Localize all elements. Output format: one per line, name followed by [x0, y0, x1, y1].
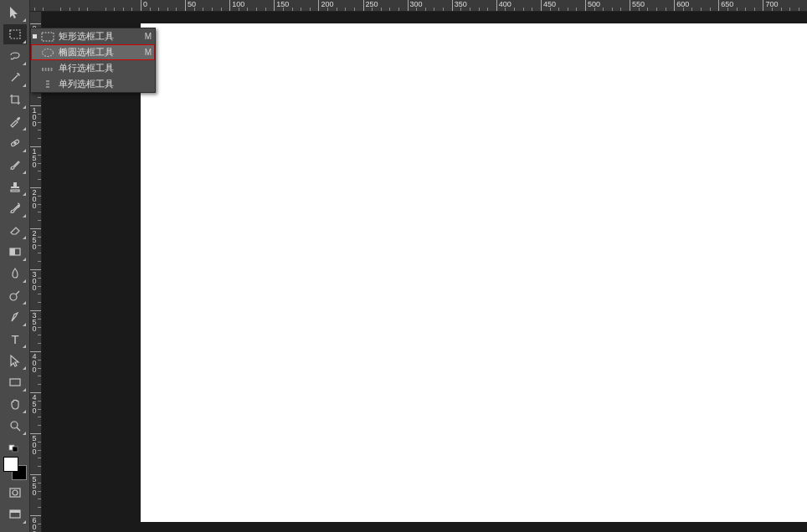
v-ruler-label: 200 — [31, 189, 38, 209]
svg-point-15 — [43, 49, 54, 56]
svg-rect-9 — [13, 447, 18, 452]
tool-eraser[interactable] — [3, 220, 27, 240]
v-ruler-label: 300 — [31, 271, 38, 291]
flyout-item-col-marquee[interactable]: 单列选框工具 — [31, 76, 155, 92]
flyout-label: 矩形选框工具 — [59, 30, 140, 43]
svg-rect-13 — [10, 510, 20, 513]
toolbar: T — [0, 0, 30, 532]
v-ruler-label: 450 — [31, 394, 38, 414]
v-ruler-label: 350 — [31, 312, 38, 332]
flyout-label: 椭圆选框工具 — [59, 46, 140, 59]
v-ruler-label: 400 — [31, 353, 38, 373]
tool-hand[interactable] — [3, 394, 27, 414]
svg-rect-6 — [10, 379, 20, 386]
tool-zoom[interactable] — [3, 416, 27, 436]
svg-rect-2 — [11, 190, 19, 192]
tool-wand[interactable] — [3, 68, 27, 88]
v-ruler-label: 100 — [31, 107, 38, 127]
swatch-fg[interactable] — [3, 457, 18, 472]
h-ruler-label: 0 — [143, 0, 147, 8]
svg-point-7 — [11, 422, 18, 428]
ellipse-marquee-icon — [40, 47, 55, 59]
tool-history-brush[interactable] — [3, 198, 27, 218]
flyout-item-rect-marquee[interactable]: 矩形选框工具M — [31, 28, 155, 44]
canvas[interactable] — [141, 23, 807, 522]
flyout-item-row-marquee[interactable]: 单行选框工具 — [31, 60, 155, 76]
tool-path-select[interactable] — [3, 350, 27, 371]
v-ruler-label: 550 — [31, 476, 38, 496]
tool-healing[interactable] — [3, 133, 27, 153]
v-ruler-label: 500 — [31, 435, 38, 455]
svg-point-11 — [13, 490, 18, 495]
col-marquee-icon — [40, 79, 55, 90]
v-ruler-label: 250 — [31, 230, 38, 250]
tool-screenmode[interactable] — [3, 504, 27, 524]
flyout-shortcut: M — [145, 32, 152, 41]
tool-rectangle[interactable] — [3, 372, 27, 392]
tool-marquee[interactable] — [3, 24, 27, 44]
tool-stamp[interactable] — [3, 176, 27, 197]
rect-marquee-icon — [40, 31, 55, 43]
tool-move[interactable] — [3, 3, 27, 23]
flyout-label: 单行选框工具 — [59, 62, 146, 74]
tool-eyedropper[interactable] — [3, 111, 27, 131]
v-ruler-label: 600 — [31, 517, 38, 532]
svg-rect-0 — [10, 30, 20, 38]
ruler-horizontal[interactable]: 0501001502002503003504004505005506006507… — [30, 0, 807, 12]
v-ruler-label: 150 — [31, 148, 38, 168]
tool-gradient[interactable] — [3, 242, 27, 262]
svg-rect-4 — [10, 248, 15, 255]
type-icon: T — [11, 333, 18, 345]
svg-point-5 — [10, 294, 17, 300]
marquee-flyout: 矩形选框工具M椭圆选框工具M单行选框工具单列选框工具 — [30, 28, 156, 93]
tool-blur[interactable] — [3, 263, 27, 284]
tool-type[interactable]: T — [3, 329, 27, 349]
color-swatches[interactable] — [3, 457, 27, 480]
svg-rect-14 — [42, 33, 54, 41]
stage — [42, 12, 807, 532]
tool-brush[interactable] — [3, 155, 27, 175]
flyout-item-ellipse-marquee[interactable]: 椭圆选框工具M — [31, 44, 155, 60]
flyout-shortcut: M — [145, 48, 152, 57]
tool-dodge[interactable] — [3, 285, 27, 305]
row-marquee-icon — [40, 63, 55, 74]
tool-pen[interactable] — [3, 307, 27, 327]
tool-lasso[interactable] — [3, 46, 27, 66]
tool-default-bw[interactable] — [3, 442, 27, 454]
flyout-label: 单列选框工具 — [59, 78, 146, 90]
tool-quickmask[interactable] — [3, 483, 27, 503]
tool-crop[interactable] — [3, 90, 27, 110]
